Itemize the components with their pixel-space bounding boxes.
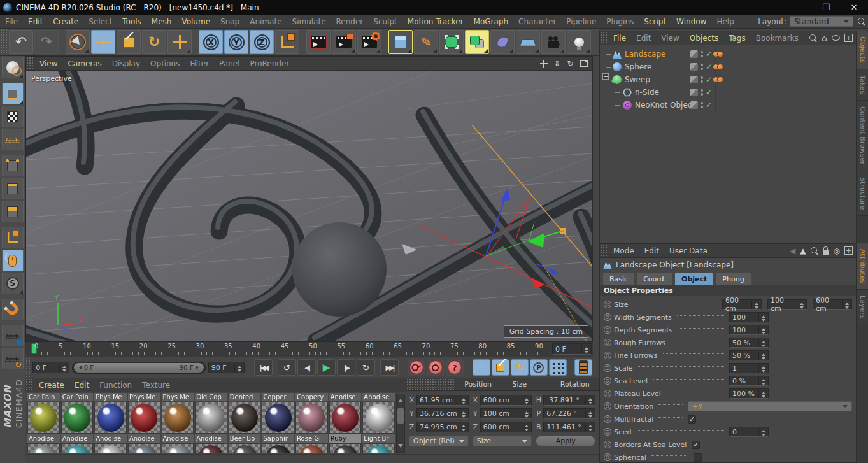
material-item[interactable]	[195, 402, 227, 434]
position-mode-select[interactable]: Object (Rel)	[409, 436, 469, 446]
texture-tags[interactable]	[715, 64, 723, 70]
vp-menu-panel[interactable]: Panel	[214, 59, 245, 68]
om-menu-objects[interactable]: Objects	[685, 34, 723, 43]
om-menu-file[interactable]: File	[608, 34, 631, 43]
workplane-mode-button[interactable]	[2, 129, 24, 150]
frame-range-slider[interactable]: 0 F 90 F	[72, 362, 206, 374]
transport-grip[interactable]	[25, 357, 31, 378]
mat-menu-texture[interactable]: Texture	[137, 381, 175, 390]
object-row-landscape[interactable]: Landscape ✓	[600, 48, 856, 61]
spinner-icon[interactable]	[234, 364, 241, 372]
tab-layers[interactable]: Layers	[857, 290, 868, 325]
keyframe-options-button[interactable]: ?	[446, 359, 464, 376]
coordinate-system-button[interactable]	[275, 30, 299, 54]
lock-z-button[interactable]: Z	[250, 30, 274, 54]
viewport-grip[interactable]	[26, 57, 33, 70]
vp-menu-cameras[interactable]: Cameras	[62, 59, 106, 68]
material-item[interactable]	[262, 443, 294, 453]
search-icon[interactable]	[858, 18, 865, 25]
vp-menu-prorender[interactable]: ProRender	[245, 59, 294, 68]
material-item[interactable]	[362, 402, 395, 434]
width-segments-input[interactable]: 100	[729, 312, 769, 322]
environment-button[interactable]	[516, 30, 540, 54]
layer-swatch[interactable]	[690, 101, 698, 109]
lock-icon[interactable]	[823, 250, 829, 255]
material-sphere[interactable]	[332, 404, 359, 432]
visibility-dots[interactable]	[701, 64, 703, 70]
rotation-h-field[interactable]: -37.891 °	[543, 395, 595, 406]
material-sphere[interactable]	[265, 404, 292, 432]
vp-menu-options[interactable]: Options	[145, 59, 185, 68]
anim-dot-icon[interactable]	[604, 428, 611, 436]
menu-mograph[interactable]: MoGraph	[469, 17, 514, 26]
axis-mode-button[interactable]	[2, 227, 24, 248]
history-forward-icon[interactable]: ▲	[800, 246, 806, 255]
size-y-field[interactable]: 100 cm	[480, 408, 532, 419]
size-y-input[interactable]: 100 cm	[767, 299, 807, 310]
add-cube-button[interactable]	[388, 30, 413, 54]
pan-view-icon[interactable]	[539, 59, 548, 68]
depth-segments-input[interactable]: 100	[729, 325, 769, 335]
size-mode-select[interactable]: Size	[473, 436, 532, 446]
new-panel-icon[interactable]: +	[844, 246, 853, 255]
material-sphere[interactable]	[366, 404, 392, 432]
scale-input[interactable]: 1	[729, 363, 769, 373]
visibility-dots[interactable]	[701, 51, 703, 57]
keyframe-selection-button[interactable]	[574, 359, 592, 376]
size-z-input[interactable]: 600 cm	[813, 299, 852, 310]
material-sphere[interactable]	[97, 404, 124, 432]
rotate-workplane-button[interactable]: ↻	[2, 348, 24, 369]
menu-window[interactable]: Window	[671, 17, 711, 26]
record-keyframe-button[interactable]	[408, 359, 425, 376]
spinner-icon[interactable]	[59, 364, 66, 372]
material-sphere[interactable]	[164, 404, 191, 432]
fine-furrows-input[interactable]: 50 %	[729, 350, 769, 360]
material-sphere[interactable]	[231, 404, 258, 432]
menu-mesh[interactable]: Mesh	[146, 17, 177, 26]
home-icon[interactable]: ⌂	[822, 34, 827, 43]
toggle-panel-icon[interactable]	[579, 59, 588, 68]
material-sphere[interactable]	[30, 404, 57, 432]
seed-input[interactable]: 0	[729, 427, 769, 437]
anim-dot-icon[interactable]	[604, 313, 611, 321]
object-row-sphere[interactable]: Sphere ✓	[600, 61, 856, 73]
spherical-checkbox[interactable]	[694, 453, 702, 462]
menu-tools[interactable]: Tools	[117, 17, 146, 26]
multifractal-checkbox[interactable]	[688, 415, 696, 424]
am-menu-userdata[interactable]: User Data	[664, 246, 713, 255]
object-row-sweep[interactable]: Sweep ✓	[600, 73, 856, 86]
material-sphere[interactable]	[298, 404, 325, 432]
scale-tool-button[interactable]	[117, 30, 141, 54]
material-item[interactable]	[128, 402, 160, 434]
anim-dot-icon[interactable]	[604, 364, 611, 372]
mat-menu-create[interactable]: Create	[34, 381, 69, 390]
menu-animate[interactable]: Animate	[245, 17, 287, 26]
spinner-icon[interactable]	[581, 345, 588, 353]
menu-pipeline[interactable]: Pipeline	[561, 17, 601, 26]
material-item[interactable]	[94, 402, 127, 434]
om-menu-edit[interactable]: Edit	[631, 34, 656, 43]
toolbar-grip[interactable]	[0, 29, 7, 55]
3d-scene[interactable]: Y X Z	[26, 71, 592, 341]
orientation-select[interactable]: +Y	[688, 401, 852, 411]
scroll-up-icon[interactable]	[398, 396, 403, 402]
position-y-field[interactable]: 36.716 cm	[416, 408, 469, 419]
menu-create[interactable]: Create	[48, 17, 83, 26]
loop-button[interactable]: ↻	[357, 359, 375, 376]
range-thumb[interactable]: 0 F 90 F	[74, 363, 204, 373]
play-reverse-button[interactable]: ↺	[278, 359, 296, 376]
material-item[interactable]	[27, 402, 60, 434]
anim-dot-icon[interactable]	[604, 441, 611, 448]
position-z-field[interactable]: 74.995 cm	[416, 422, 469, 432]
anim-dot-icon[interactable]	[604, 326, 611, 334]
material-sphere[interactable]	[197, 404, 224, 432]
anim-dot-icon[interactable]	[604, 402, 611, 410]
material-item[interactable]	[362, 443, 395, 453]
apply-button[interactable]: Apply	[536, 436, 595, 446]
pen-spline-button[interactable]: ✎	[414, 30, 438, 54]
record-rotation-toggle[interactable]: ↻	[511, 359, 529, 376]
material-grip[interactable]	[25, 378, 32, 392]
render-view-button[interactable]	[306, 30, 331, 54]
tab-attributes[interactable]: Attributes	[857, 243, 868, 290]
menu-motion-tracker[interactable]: Motion Tracker	[402, 17, 469, 26]
